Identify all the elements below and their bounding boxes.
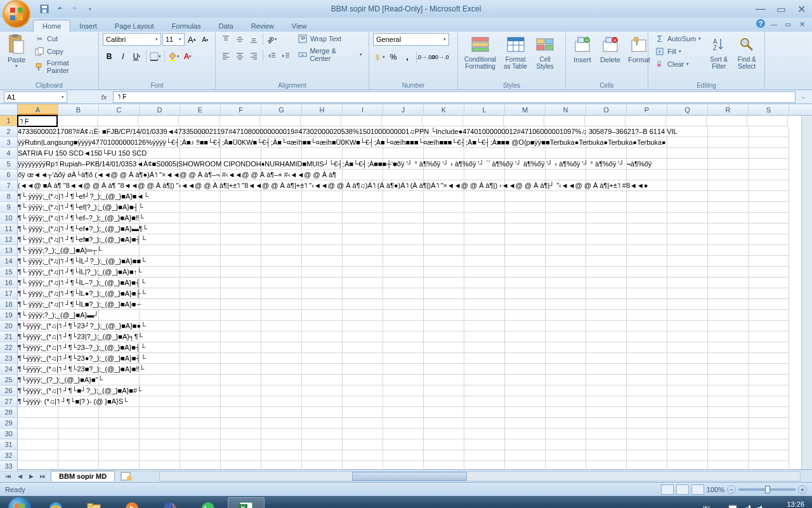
cell[interactable] xyxy=(221,450,261,461)
cell[interactable] xyxy=(302,331,343,342)
align-center-button[interactable] xyxy=(233,50,246,62)
cell[interactable] xyxy=(180,396,221,407)
cell[interactable] xyxy=(424,224,464,234)
cell[interactable] xyxy=(383,310,424,321)
cell[interactable] xyxy=(667,213,708,224)
cut-button[interactable]: ✂Cut xyxy=(32,33,95,44)
cell[interactable] xyxy=(424,310,464,321)
cell[interactable] xyxy=(261,353,302,364)
cell[interactable] xyxy=(749,364,789,375)
cell[interactable] xyxy=(627,450,667,461)
cell[interactable] xyxy=(627,170,667,180)
format-as-table-button[interactable]: Format as Table xyxy=(501,33,530,71)
cell[interactable] xyxy=(627,256,667,267)
cell[interactable] xyxy=(343,450,383,461)
cell[interactable] xyxy=(586,267,627,277)
cell[interactable] xyxy=(667,277,708,288)
shrink-font-button[interactable]: A▾ xyxy=(199,33,211,46)
row-header[interactable]: 5 xyxy=(0,159,18,170)
cell[interactable] xyxy=(627,245,667,256)
cell[interactable] xyxy=(261,159,302,170)
taskbar-wmp[interactable] xyxy=(114,497,150,508)
row-header[interactable]: 2 xyxy=(0,126,18,137)
cell[interactable] xyxy=(140,137,180,148)
cell[interactable] xyxy=(58,245,99,256)
cell[interactable] xyxy=(708,342,749,353)
cell[interactable] xyxy=(627,159,667,170)
workbook-restore-button[interactable]: ▭ xyxy=(783,19,793,29)
cell[interactable] xyxy=(749,407,789,418)
cell[interactable] xyxy=(343,191,383,202)
cell[interactable] xyxy=(302,180,343,191)
column-header-R[interactable]: R xyxy=(708,104,749,115)
row-header[interactable]: 10 xyxy=(0,213,18,224)
cell[interactable] xyxy=(586,364,627,375)
cell[interactable] xyxy=(58,385,99,396)
cell[interactable] xyxy=(58,439,99,450)
cell[interactable] xyxy=(343,364,383,375)
cell[interactable] xyxy=(221,407,261,418)
cell[interactable] xyxy=(464,375,505,385)
cell[interactable] xyxy=(667,256,708,267)
cell[interactable] xyxy=(586,288,627,299)
cell[interactable] xyxy=(749,137,789,148)
cell[interactable] xyxy=(261,396,302,407)
cell[interactable]: ˥ F xyxy=(17,115,58,127)
cell[interactable] xyxy=(18,439,58,450)
tray-lang[interactable]: IN xyxy=(703,505,710,508)
cell[interactable] xyxy=(261,321,302,331)
align-middle-button[interactable] xyxy=(233,33,246,46)
cell[interactable] xyxy=(99,396,140,407)
cell[interactable] xyxy=(18,288,58,299)
cell[interactable] xyxy=(667,202,708,213)
cell[interactable] xyxy=(586,299,627,310)
tray-flag-icon[interactable] xyxy=(728,504,738,508)
cell[interactable] xyxy=(343,385,383,396)
cell[interactable] xyxy=(58,364,99,375)
cell[interactable] xyxy=(140,148,180,159)
minimize-button[interactable]: — xyxy=(752,3,769,15)
cell[interactable] xyxy=(221,277,261,288)
cell[interactable] xyxy=(302,126,343,137)
cell[interactable] xyxy=(424,364,464,375)
sort-filter-button[interactable]: AZ Sort & Filter xyxy=(706,33,731,71)
cell[interactable] xyxy=(99,407,140,418)
cell[interactable] xyxy=(261,277,302,288)
cell[interactable] xyxy=(586,126,627,137)
horizontal-scrollbar[interactable] xyxy=(159,471,801,481)
cell[interactable] xyxy=(221,353,261,364)
cell[interactable] xyxy=(464,148,505,159)
cell[interactable] xyxy=(58,126,99,137)
cell[interactable] xyxy=(749,310,789,321)
cell[interactable] xyxy=(586,310,627,321)
cell[interactable] xyxy=(58,396,99,407)
row-header[interactable]: 15 xyxy=(0,267,18,277)
row-header[interactable]: 17 xyxy=(0,288,18,299)
cell[interactable] xyxy=(99,202,140,213)
cell[interactable] xyxy=(180,375,221,385)
cell[interactable] xyxy=(18,342,58,353)
qat-customize-icon[interactable]: ▾ xyxy=(84,3,96,15)
column-header-I[interactable]: I xyxy=(343,104,383,115)
cell[interactable] xyxy=(546,288,586,299)
increase-indent-button[interactable] xyxy=(280,50,292,62)
new-sheet-button[interactable] xyxy=(119,471,134,481)
cell[interactable] xyxy=(546,342,586,353)
cell[interactable] xyxy=(140,429,180,439)
cell[interactable] xyxy=(505,331,546,342)
cell[interactable] xyxy=(627,396,667,407)
tab-insert[interactable]: Insert xyxy=(70,20,106,32)
cell[interactable] xyxy=(383,267,424,277)
cell[interactable] xyxy=(749,126,789,137)
cell[interactable] xyxy=(221,396,261,407)
cell[interactable] xyxy=(667,170,708,180)
cell[interactable] xyxy=(627,126,667,137)
cell[interactable] xyxy=(302,396,343,407)
column-header-D[interactable]: D xyxy=(140,104,180,115)
cell[interactable] xyxy=(221,202,261,213)
save-icon[interactable] xyxy=(38,3,51,15)
cell[interactable] xyxy=(749,450,789,461)
cell[interactable] xyxy=(261,224,302,234)
cell[interactable] xyxy=(58,234,99,245)
cell[interactable] xyxy=(343,137,383,148)
